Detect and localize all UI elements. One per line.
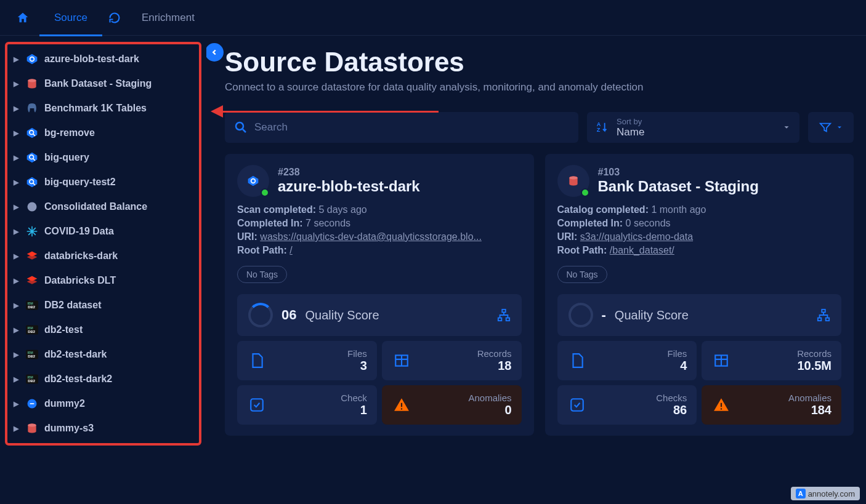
sidebar-item[interactable]: ▶ COVID-19 Data [9,219,198,244]
chevron-right-icon: ▶ [14,105,20,113]
sidebar-item-label: Bank Dataset - Staging [44,78,193,89]
sidebar-item[interactable]: ▶ Consolidated Balance [9,194,198,219]
hierarchy-icon[interactable] [817,308,830,322]
stat-anomalies[interactable]: Anomalies184 [702,385,841,425]
filter-icon [819,121,832,134]
sidebar-item-label: Consolidated Balance [44,201,193,212]
svg-rect-32 [502,310,506,313]
chevron-down-icon [782,123,791,132]
stat-files[interactable]: Files3 [237,341,377,380]
chevron-right-icon: ▶ [14,326,20,334]
generic-icon [26,201,38,213]
sidebar-item[interactable]: ▶ big-query-test2 [9,170,198,194]
sidebar-item[interactable]: ▶ IBMDB2 db2-test-dark [9,342,198,367]
sidebar-item[interactable]: ▶ IBMDB2 db2-test-dark2 [9,367,198,391]
svg-rect-40 [822,310,825,313]
sidebar-item[interactable]: ▶ Bank Dataset - Staging [9,71,198,96]
quality-score-row[interactable]: - Quality Score [557,294,842,336]
sidebar-item-label: azure-blob-test-dark [44,54,193,65]
sidebar: ▶ azure-blob-test-dark▶ Bank Dataset - S… [0,36,206,504]
svg-rect-42 [826,318,830,321]
svg-rect-34 [506,318,509,321]
root-path-link[interactable]: / [289,245,292,255]
quality-score-label: Quality Score [615,308,808,322]
stat-files[interactable]: Files4 [557,341,697,380]
sidebar-item[interactable]: ▶ IBMDB2 DB2 dataset [9,293,198,318]
stat-checks[interactable]: Checks86 [557,385,697,425]
stat-records[interactable]: Records18 [382,341,522,380]
tab-enrichment[interactable]: Enrichment [127,0,209,36]
quality-ring-icon [248,303,273,327]
status-dot [261,188,269,197]
status-dot [581,188,589,197]
sidebar-item-label: bg-remove [44,127,193,138]
chevron-right-icon: ▶ [14,228,20,236]
bigquery-icon [26,151,38,164]
generic-blue-icon [26,398,38,410]
tag-chip[interactable]: No Tags [557,266,607,283]
search-box[interactable] [225,112,578,143]
db2-icon: IBMDB2 [26,348,38,361]
sidebar-item[interactable]: ▶ big-query [9,145,198,170]
tag-chip[interactable]: No Tags [237,266,287,283]
svg-point-2 [31,58,34,61]
card-icon [237,165,269,197]
chevron-right-icon: ▶ [14,302,20,310]
chevron-right-icon: ▶ [14,351,20,359]
stat-anomalies[interactable]: Anomalies0 [382,385,522,425]
check-icon [567,397,587,413]
search-icon [233,120,248,135]
svg-rect-45 [721,403,722,407]
uri-link[interactable]: s3a://qualytics-demo-data [580,231,693,242]
hierarchy-icon[interactable] [497,308,511,322]
stat-records[interactable]: Records10.5M [702,341,841,380]
sort-dropdown[interactable]: AZ Sort by Name [587,112,799,143]
svg-marker-8 [27,177,38,188]
refresh-icon[interactable] [102,12,127,24]
svg-text:DB2: DB2 [28,305,35,309]
s3-icon [26,422,38,434]
tab-source[interactable]: Source [39,0,102,36]
datastore-card[interactable]: #238 azure-blob-test-dark Scan completed… [225,154,534,436]
sidebar-item-label: COVID-19 Data [44,226,193,237]
sidebar-item[interactable]: ▶ IBMDB2 db2-test [9,318,198,342]
card-name: Bank Dataset - Staging [598,178,759,195]
chevron-right-icon: ▶ [14,425,20,433]
svg-rect-37 [401,403,402,407]
bigquery-icon [26,176,38,188]
page-subtitle: Connect to a source datastore for data q… [225,81,854,94]
quality-score-value: - [602,307,606,323]
sidebar-item[interactable]: ▶ Databricks DLT [9,268,198,293]
azure-icon [26,53,38,65]
warning-icon [711,397,731,413]
databricks-icon [26,250,38,262]
sidebar-item[interactable]: ▶ azure-blob-test-dark [9,47,198,71]
file-icon [247,353,267,369]
toolbar: AZ Sort by Name [225,112,854,143]
chevron-right-icon: ▶ [14,55,20,63]
card-name: azure-blob-test-dark [278,178,420,195]
search-input[interactable] [254,121,570,134]
home-icon[interactable] [6,11,39,25]
svg-rect-46 [721,408,722,409]
warning-icon [392,397,411,413]
sidebar-item[interactable]: ▶ dummy-s3 [9,416,198,441]
svg-text:DB2: DB2 [28,354,35,358]
sidebar-item-label: big-query-test2 [44,177,193,188]
sidebar-item[interactable]: ▶ dummy2 [9,391,198,416]
sort-label: Sort by [617,117,775,126]
sidebar-item[interactable]: ▶ Benchmark 1K Tables [9,96,198,121]
top-tab-bar: Source Enrichment [0,0,866,36]
filter-button[interactable] [808,112,854,143]
quality-score-row[interactable]: 06 Quality Score [237,294,522,336]
datastore-card[interactable]: #103 Bank Dataset - Staging Catalog comp… [545,154,854,436]
db2-icon: IBMDB2 [26,299,38,311]
chevron-right-icon: ▶ [14,277,20,285]
stat-checks[interactable]: Check1 [237,385,377,425]
uri-link[interactable]: wasbs://qualytics-dev-data@qualyticsstor… [260,231,482,242]
sidebar-item[interactable]: ▶ bg-remove [9,121,198,145]
collapse-sidebar-button[interactable] [206,43,224,62]
sidebar-item[interactable]: ▶ databricks-dark [9,244,198,268]
svg-marker-6 [27,153,38,163]
root-path-link[interactable]: /bank_dataset/ [610,245,674,255]
